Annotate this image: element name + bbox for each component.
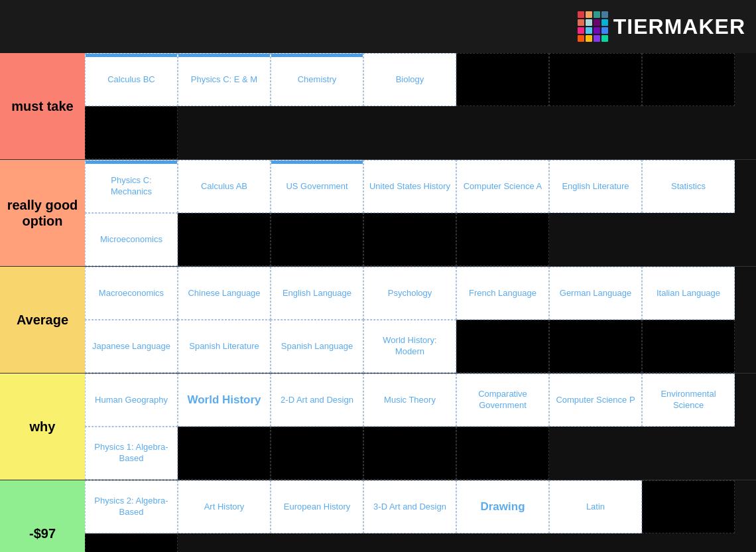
cell-bar [271,54,363,57]
cell[interactable]: Statistics [642,160,735,213]
cell[interactable]: Latin [549,480,642,533]
cell-text[interactable]: Environmental Science [647,389,730,411]
logo-dot [578,11,584,18]
tier-label-must-take: must take [0,53,85,159]
cell-bar [86,161,177,164]
cell-text[interactable]: English Literature [562,181,629,192]
tier-label-really-good: really good option [0,160,85,266]
cell[interactable]: Japanese Language [85,320,178,373]
cell-text[interactable]: World History: Modern [368,335,452,358]
cell-text[interactable]: Statistics [671,181,706,192]
tier-row-minus97: -$97Physics 2: Algebra-BasedArt HistoryE… [0,480,756,552]
cell-text[interactable]: Physics 1: Algebra-Based [90,442,173,464]
logo-dot [578,19,584,26]
cell-text[interactable]: Spanish Literature [189,341,259,352]
cell-text[interactable]: Computer Science P [556,395,635,406]
cell[interactable]: Environmental Science [642,374,735,427]
cell[interactable]: Italian Language [642,267,735,320]
cell-text[interactable]: Italian Language [657,288,720,299]
cell-text[interactable]: Microeconomics [100,234,162,245]
cell-text[interactable]: Psychology [388,288,432,299]
cell[interactable]: 2-D Art and Design [271,374,363,427]
cell[interactable]: United States History [363,160,456,213]
cell[interactable]: World History: Modern [363,320,456,373]
logo-dot [601,19,608,26]
logo-text: TiERMAKER [613,15,745,39]
cell-text[interactable]: Calculus BC [107,74,155,86]
cell-text[interactable]: Comparative Government [461,389,544,411]
cell-text[interactable]: Music Theory [384,395,436,406]
cell-text[interactable]: Human Geography [95,395,168,406]
cell[interactable]: European History [271,480,363,533]
cell[interactable]: US Government [271,160,363,213]
cell[interactable]: Psychology [363,267,456,320]
cell[interactable]: Music Theory [363,374,456,427]
tier-cells-why: Human GeographyWorld History2-D Art and … [85,374,756,480]
cell-text[interactable]: European History [284,502,350,513]
cell[interactable]: Human Geography [85,374,178,427]
cell[interactable]: English Literature [549,160,642,213]
cell[interactable]: World History [178,374,271,427]
cell-text[interactable]: Computer Science A [464,181,542,192]
logo-dot [594,35,600,42]
cell[interactable]: Art History [178,480,271,533]
tier-label-average: Average [0,267,85,373]
logo-dot [594,19,600,26]
cell [642,480,735,533]
cell[interactable]: Chinese Language [178,267,271,320]
cell[interactable]: French Language [456,267,549,320]
cell[interactable]: Biology [363,53,456,106]
logo-dot [586,35,592,42]
cell[interactable]: Microeconomics [85,213,178,266]
cell-text[interactable]: Art History [204,502,245,513]
cell-text[interactable]: German Language [560,288,631,299]
cell[interactable]: English Language [271,267,363,320]
cell[interactable]: Spanish Literature [178,320,271,373]
cell-text[interactable]: Japanese Language [92,341,170,352]
cell[interactable]: Physics C: E & M [178,53,271,106]
cell-text[interactable]: World History [187,393,261,407]
cell-bar [86,54,177,57]
cell-text[interactable]: French Language [469,288,536,299]
cell-text[interactable]: United States History [369,181,450,192]
tier-table: must takeCalculus BCPhysics C: E & MChem… [0,53,756,552]
cell[interactable]: Drawing [456,480,549,533]
cell-text[interactable]: English Language [283,288,351,299]
cell [271,427,363,480]
cell[interactable]: German Language [549,267,642,320]
cell-text[interactable]: Physics C: Mechanics [90,175,173,198]
tier-cells-must-take: Calculus BCPhysics C: E & MChemistryBiol… [85,53,756,159]
cell-text[interactable]: Physics 2: Algebra-Based [90,496,173,518]
cell[interactable]: Macroeconomics [85,267,178,320]
cell[interactable]: Comparative Government [456,374,549,427]
cell[interactable]: Spanish Language [271,320,363,373]
cell-text[interactable]: Chemistry [298,74,337,86]
cell [178,427,271,480]
cell-text[interactable]: Biology [396,74,424,86]
cell-text[interactable]: Latin [586,502,605,513]
cell-text[interactable]: Chinese Language [188,288,260,299]
cell-text[interactable]: Spanish Language [281,341,353,352]
cell-text[interactable]: Drawing [480,500,525,514]
cell-text[interactable]: US Government [286,181,347,192]
cell[interactable]: Calculus BC [85,53,178,106]
cell[interactable]: 3-D Art and Design [363,480,456,533]
cell [549,53,642,106]
cell[interactable]: Computer Science P [549,374,642,427]
cell-text[interactable]: Macroeconomics [99,288,164,299]
cell[interactable]: Chemistry [271,53,363,106]
cell-text[interactable]: 2-D Art and Design [281,395,353,406]
cell[interactable]: Physics 1: Algebra-Based [85,427,178,480]
cell [363,427,456,480]
cell [178,213,271,266]
cell[interactable]: Calculus AB [178,160,271,213]
cell[interactable]: Physics 2: Algebra-Based [85,480,178,533]
cell[interactable]: Physics C: Mechanics [85,160,178,213]
cell [85,106,178,159]
tier-label-minus97: -$97 [0,480,85,552]
cell-text[interactable]: Physics C: E & M [191,74,257,86]
cell[interactable]: Computer Science A [456,160,549,213]
tier-row-why: whyHuman GeographyWorld History2-D Art a… [0,374,756,480]
cell-text[interactable]: Calculus AB [201,181,247,192]
cell-text[interactable]: 3-D Art and Design [373,502,446,513]
